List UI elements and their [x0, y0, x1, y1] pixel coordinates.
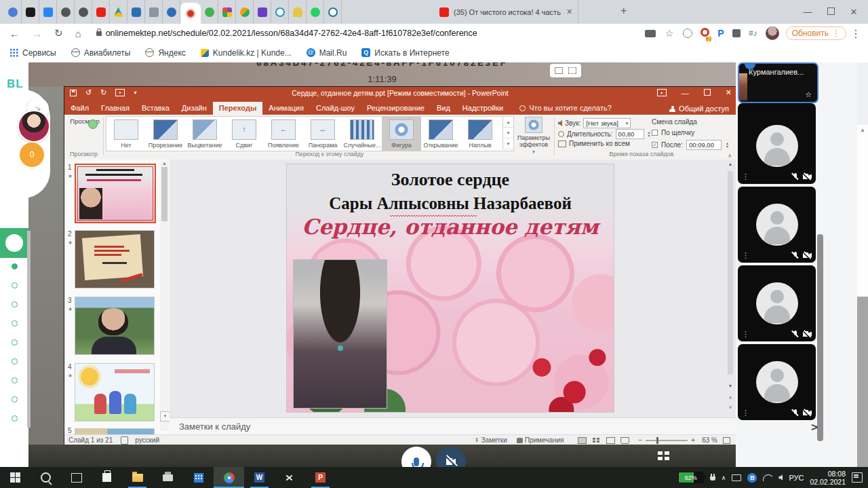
transition-shape-selected[interactable]: Фигура — [382, 117, 421, 151]
transition-split[interactable]: ↔Панорама — [303, 117, 342, 151]
pin-star-icon[interactable]: ☆ — [805, 90, 812, 99]
bookmark-apps[interactable]: Сервисы — [9, 48, 56, 58]
duration-input[interactable]: 00,80 — [616, 129, 644, 139]
on-click-row[interactable]: По щелчку — [652, 129, 694, 136]
microphone-button[interactable] — [401, 447, 431, 467]
bookmark-item[interactable]: QИскать в Интернете — [361, 48, 449, 58]
gallery-more-icon[interactable]: ▾ — [503, 138, 513, 149]
pinned-tab[interactable] — [307, 0, 324, 24]
pinned-tab[interactable] — [324, 0, 342, 24]
thumbnails-collapse-icon[interactable]: ▾ — [160, 411, 170, 421]
bookmark-item[interactable]: Яндекс — [145, 48, 185, 58]
volume-icon[interactable] — [778, 474, 783, 481]
tab-home[interactable]: Главная — [95, 102, 136, 115]
slide-sorter-view-icon[interactable] — [592, 437, 601, 444]
pinned-tab[interactable] — [4, 0, 22, 24]
transition-wipe[interactable]: ←Появление — [264, 117, 303, 151]
tab-design[interactable]: Дизайн — [176, 102, 213, 115]
transition-cut[interactable]: Прорезание — [146, 117, 185, 151]
battery-widget[interactable]: 62% — [678, 472, 704, 483]
slide-thumbnail-4[interactable] — [75, 363, 155, 421]
gallery-scroll-up-icon[interactable]: ▴ — [503, 117, 513, 128]
tile-menu-icon[interactable]: ⋮ — [742, 330, 749, 339]
zoom-level[interactable]: 63 % — [702, 436, 717, 444]
sidebar-step-dot[interactable] — [12, 282, 18, 288]
apply-all-row[interactable]: Применить ко всем — [558, 140, 630, 147]
fit-to-window-icon[interactable] — [723, 437, 730, 444]
ppt-restore-button[interactable] — [704, 89, 711, 97]
p-extension-icon[interactable]: P — [717, 28, 724, 39]
task-view-button[interactable] — [61, 467, 92, 488]
sidebar-step-dot[interactable] — [12, 301, 18, 307]
tab-review[interactable]: Рецензирование — [361, 102, 431, 115]
forward-icon[interactable]: → — [32, 28, 42, 39]
participant-tile[interactable]: ⋮ — [738, 187, 816, 263]
on-click-checkbox[interactable] — [652, 130, 658, 136]
slide-scroll-up-icon[interactable]: ▲ — [726, 162, 734, 166]
participants-scrollbar[interactable] — [817, 234, 823, 441]
tile-menu-icon[interactable]: ⋮ — [742, 251, 749, 260]
taskbar-store[interactable] — [92, 467, 122, 488]
pinned-tab[interactable] — [75, 0, 92, 24]
search-extension-icon[interactable] — [683, 29, 692, 38]
after-input[interactable]: 00:09,00 — [686, 140, 722, 150]
tile-menu-icon[interactable]: ⋮ — [742, 409, 749, 417]
page-scroll-thumb[interactable] — [857, 297, 868, 467]
notes-pane[interactable]: Заметки к слайду — [170, 417, 736, 434]
pinned-tab[interactable] — [145, 0, 163, 24]
pinned-tab[interactable] — [271, 0, 289, 24]
taskbar-clock[interactable]: 08:08 02.02.2021 — [810, 470, 846, 486]
pinned-tab[interactable] — [254, 0, 271, 24]
browser-menu-icon[interactable]: ⋮ — [850, 27, 861, 40]
bookmark-item[interactable]: Kundelik.kz | Kunde... — [201, 48, 292, 58]
tab-transitions-active[interactable]: Переходы — [213, 102, 263, 115]
window-minimize-button[interactable]: — — [796, 0, 819, 24]
thumbnails-scrollbar[interactable]: ▲ ▾ — [160, 161, 169, 431]
zoom-slider-knob[interactable] — [656, 437, 658, 444]
tab-animations[interactable]: Анимация — [262, 102, 310, 115]
pip-icon[interactable] — [555, 67, 563, 74]
camera-off-button[interactable] — [436, 447, 466, 467]
sidebar-step-dot[interactable] — [12, 320, 18, 326]
start-button[interactable] — [0, 467, 31, 488]
slide-thumbnail-1-selected[interactable] — [75, 164, 156, 223]
fullscreen-icon[interactable] — [568, 67, 576, 74]
slide-scroll-thumb[interactable] — [728, 171, 733, 375]
pinned-tab[interactable] — [201, 0, 218, 24]
action-center-icon[interactable] — [852, 472, 863, 483]
collapse-ribbon-icon[interactable]: ∧ — [728, 153, 732, 159]
slide-thumbnail-2[interactable] — [75, 230, 155, 288]
tab-youtube[interactable]: (35) От чистого истока! 4 часть ✕ — [434, 0, 578, 24]
bookmark-item[interactable]: Авиабилеты — [71, 48, 131, 58]
pinned-tab[interactable] — [289, 0, 307, 24]
home-icon[interactable]: ⌂ — [75, 28, 81, 39]
taskbar-snipping[interactable] — [275, 467, 305, 488]
transition-uncover[interactable]: ←Открывание — [421, 117, 460, 151]
spellcheck-icon[interactable] — [121, 436, 128, 445]
pinned-tab[interactable] — [39, 0, 57, 24]
wifi-icon[interactable] — [763, 474, 772, 481]
tile-menu-icon[interactable]: ⋮ — [742, 172, 749, 181]
sidebar-step-dot[interactable] — [12, 358, 18, 364]
sound-select[interactable]: [Нет звука]▾ — [583, 118, 631, 128]
tray-expand-icon[interactable]: ∧ — [722, 474, 726, 481]
ppt-minimize-button[interactable]: — — [682, 89, 689, 97]
participant-tile[interactable]: ⋮ — [738, 108, 816, 184]
tab-view[interactable]: Вид — [431, 102, 456, 115]
tab-slideshow[interactable]: Слайд-шоу — [310, 102, 361, 115]
pinned-tab[interactable] — [57, 0, 75, 24]
transition-cover[interactable]: ←Наплыв — [460, 117, 500, 151]
sidebar-step-dot-active[interactable] — [12, 263, 18, 269]
notification-badge[interactable]: 0 — [20, 143, 44, 167]
slide-scrollbar[interactable]: ▲ ▼ ∧ ∨ — [726, 162, 734, 415]
sidebar-item-onlinemektep[interactable] — [0, 228, 28, 258]
update-browser-button[interactable]: Обновить ⋮ — [786, 26, 846, 40]
taskbar-word[interactable]: W — [244, 467, 275, 488]
transition-push[interactable]: ↑Сдвиг — [224, 117, 264, 151]
thumb-scroll-up-icon[interactable]: ▲ — [160, 161, 169, 166]
taskbar-calendar[interactable] — [183, 467, 214, 488]
ribbon-display-options-icon[interactable]: ▴ — [657, 89, 667, 96]
window-restore-button[interactable] — [819, 0, 842, 24]
battery-status-icon[interactable] — [732, 474, 741, 481]
pinned-tab[interactable] — [218, 0, 236, 24]
